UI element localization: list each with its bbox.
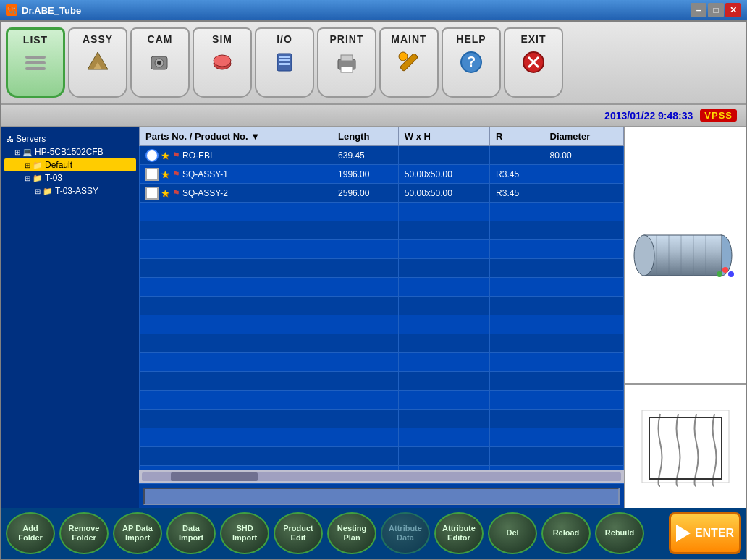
bottom-btn-nesting-plan[interactable]: NestingPlan	[327, 512, 376, 554]
data-table[interactable]: Parts No. / Product No. ▼ Length W x H R…	[139, 127, 624, 470]
enter-button[interactable]: ENTER	[669, 512, 741, 554]
sidebar-label-t03: T-03	[45, 173, 62, 183]
svg-rect-2	[25, 67, 46, 70]
table-row-empty	[140, 353, 624, 372]
nav-btn-icon-list	[20, 47, 51, 79]
svg-rect-16	[341, 67, 353, 72]
circle-icon-1	[145, 149, 159, 162]
nav-btn-icon-exit	[518, 46, 549, 78]
sidebar-label-servers: Servers	[16, 134, 46, 144]
nav-btn-assy[interactable]: ASSY	[68, 27, 127, 98]
table-row-empty	[140, 221, 624, 240]
tube-3d-svg	[631, 226, 740, 284]
sidebar-item-hp[interactable]: ⊞ 💻 HP-5CB1502CFB	[4, 145, 136, 158]
flag-icon-2: ⚑	[172, 169, 180, 179]
table-scrollbar[interactable]	[139, 470, 624, 483]
expand-icon-t03: ⊞	[25, 174, 30, 182]
scroll-thumb[interactable]	[171, 472, 258, 481]
close-button[interactable]: ✕	[725, 3, 741, 17]
nav-btn-icon-maint	[393, 46, 425, 78]
table-row[interactable]: ★⚑SQ-ASSY-11996.0050.00x50.00R3.45	[140, 165, 624, 184]
bottom-btn-remove-folder[interactable]: RemoveFolder	[59, 512, 109, 554]
cell-diameter-1: 80.00	[544, 146, 623, 165]
nav-btn-label-list: LIST	[23, 34, 48, 46]
nav-btn-list[interactable]: LIST	[6, 27, 65, 98]
star-icon-3: ★	[161, 187, 170, 199]
nav-btn-sim[interactable]: SIM	[193, 27, 252, 98]
sidebar-tree: 🖧 Servers⊞ 💻 HP-5CB1502CFB⊞ 📁 Default⊞ 📁…	[1, 127, 139, 508]
input-bar	[139, 483, 624, 508]
nav-btn-label-cam: CAM	[148, 33, 173, 45]
col-partno: Parts No. / Product No. ▼	[140, 127, 332, 146]
nav-bar: LISTASSYCAMSIMI/OPRINTMAINTHELP?EXIT	[1, 22, 746, 105]
svg-rect-11	[279, 56, 290, 58]
nav-btn-print[interactable]: PRINT	[317, 27, 376, 98]
nav-btn-icon-print	[331, 46, 363, 78]
sidebar-item-t03assy[interactable]: ⊞ 📁 T-03-ASSY	[4, 184, 136, 198]
cell-partno-2: ★⚑SQ-ASSY-1	[140, 165, 332, 184]
nav-btn-label-exit: EXIT	[520, 33, 546, 45]
sidebar-item-servers[interactable]: 🖧 Servers	[4, 132, 136, 145]
svg-point-34	[728, 271, 734, 277]
table-row-empty	[140, 372, 624, 391]
bottom-btn-shd-import[interactable]: SHDImport	[220, 512, 269, 554]
table-row[interactable]: ★⚑RO-EBI639.4580.00	[140, 146, 624, 165]
command-input[interactable]	[143, 488, 620, 505]
table-row-empty	[140, 315, 624, 334]
sidebar-item-default[interactable]: ⊞ 📁 Default	[4, 158, 136, 171]
partname-1: RO-EBI	[182, 150, 212, 161]
bottom-btn-attribute-editor[interactable]: AttributeEditor	[434, 512, 484, 554]
svg-text:?: ?	[467, 54, 476, 69]
nav-btn-exit[interactable]: EXIT	[504, 27, 563, 98]
cell-diameter-3	[544, 184, 623, 203]
svg-rect-1	[25, 61, 46, 64]
table-row[interactable]: ★⚑SQ-ASSY-22596.0050.00x50.00R3.45	[140, 184, 624, 203]
partname-2: SQ-ASSY-1	[182, 169, 228, 179]
logo-badge: VPSS	[700, 109, 737, 122]
table-row-empty	[140, 278, 624, 297]
table-row-empty	[140, 334, 624, 353]
nav-btn-icon-cam	[144, 46, 176, 78]
bottom-btn-product-edit[interactable]: ProductEdit	[274, 512, 323, 554]
cell-length-2: 1996.00	[332, 165, 399, 184]
bottom-btn-data-import[interactable]: DataImport	[166, 512, 216, 554]
svg-rect-12	[279, 59, 290, 61]
table-row-empty	[140, 447, 624, 466]
nav-btn-help[interactable]: HELP?	[442, 27, 501, 98]
checkbox-3[interactable]	[145, 187, 159, 200]
table-row-empty	[140, 203, 624, 221]
bottom-btn-add-folder[interactable]: AddFolder	[6, 512, 55, 554]
sidebar-label-t03assy: T-03-ASSY	[55, 186, 98, 196]
sidebar-label-hp: HP-5CB1502CFB	[35, 147, 104, 157]
table-row-empty	[140, 297, 624, 315]
nav-btn-maint[interactable]: MAINT	[379, 27, 439, 98]
star-icon-2: ★	[161, 169, 170, 180]
preview-3d	[625, 127, 746, 385]
sidebar-item-t03[interactable]: ⊞ 📁 T-03	[4, 171, 136, 184]
enter-label: ENTER	[695, 527, 734, 540]
datetime-display: 2013/01/22 9:48:33	[604, 110, 693, 122]
minimize-button[interactable]: –	[691, 3, 706, 17]
bottom-btn-ap-data-import[interactable]: AP DataImport	[113, 512, 162, 554]
table-row-empty	[140, 391, 624, 410]
nav-btn-label-maint: MAINT	[391, 33, 426, 45]
bottom-btn-rebuild[interactable]: Rebuild	[595, 512, 644, 554]
nav-btn-label-sim: SIM	[212, 33, 232, 45]
nav-btn-cam[interactable]: CAM	[130, 27, 190, 98]
nav-btn-io[interactable]: I/O	[255, 27, 314, 98]
svg-rect-0	[25, 56, 46, 59]
maximize-button[interactable]: □	[708, 3, 724, 17]
bottom-btn-reload[interactable]: Reload	[541, 512, 591, 554]
tree-icon-t03assy: 📁	[43, 187, 53, 196]
svg-rect-25	[644, 235, 722, 276]
bottom-btn-del[interactable]: Del	[488, 512, 537, 554]
expand-icon-t03assy: ⊞	[35, 187, 41, 195]
scroll-track	[142, 472, 621, 481]
col-r: R	[490, 127, 544, 146]
checkbox-2[interactable]	[145, 168, 159, 181]
col-wxh: W x H	[398, 127, 489, 146]
nav-btn-icon-sim	[206, 46, 238, 78]
app-title: Dr.ABE_Tube	[22, 5, 81, 16]
main-table-area: Parts No. / Product No. ▼ Length W x H R…	[139, 127, 624, 508]
cell-partno-3: ★⚑SQ-ASSY-2	[140, 184, 332, 203]
